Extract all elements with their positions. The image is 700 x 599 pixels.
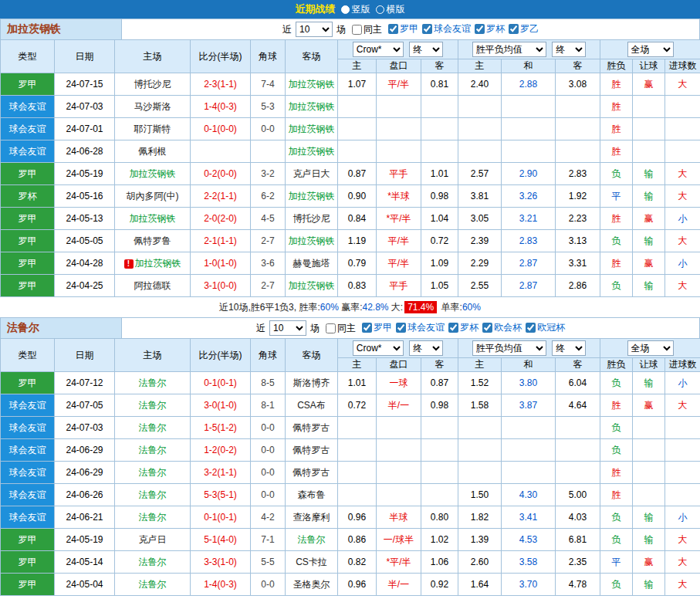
league-checkbox[interactable] (362, 323, 372, 333)
league-checkbox[interactable] (526, 323, 536, 333)
col-header-type: 类型 (1, 40, 55, 73)
away-team[interactable]: CSA布 (286, 394, 338, 417)
handicap-line: 平手 (377, 163, 421, 185)
home-team[interactable]: !加拉茨钢铁 (115, 252, 191, 275)
avg-source-select[interactable]: 胜平负均值 (472, 340, 546, 356)
match-row: 球会友谊24-07-03法鲁尔1-5(1-2)0-0佩特罗古负 (1, 417, 700, 439)
corner-score: 0-0 (251, 417, 286, 439)
league-filter-罗乙[interactable]: 罗乙 (505, 22, 539, 36)
away-team[interactable]: 加拉茨钢铁 (286, 118, 338, 140)
home-team[interactable]: 佩特罗鲁 (115, 230, 191, 252)
home-team[interactable]: 马沙斯洛 (115, 96, 191, 118)
result-handicap: 输 (633, 230, 665, 252)
layout-option-horizontal[interactable]: 横版 (376, 3, 405, 16)
league-filter-球会友谊[interactable]: 球会友谊 (418, 22, 471, 36)
games-label: 场 (310, 322, 320, 335)
away-team[interactable]: 加拉茨钢铁 (286, 275, 338, 297)
away-team[interactable]: 圣格奥尔 (286, 574, 338, 596)
avg-home-odds: 2.39 (458, 230, 502, 252)
league-checkbox[interactable] (482, 323, 492, 333)
col-header-type: 类型 (1, 339, 55, 372)
away-team[interactable]: 加拉茨钢铁 (286, 140, 338, 163)
recent-count-select[interactable]: 10 (296, 22, 333, 37)
same-venue-checkbox[interactable] (326, 323, 336, 333)
layout-option-vertical[interactable]: 竖版 (341, 3, 370, 16)
league-checkbox[interactable] (388, 24, 398, 34)
home-team[interactable]: 加拉茨钢铁 (115, 208, 191, 230)
away-team[interactable]: 法鲁尔 (286, 529, 338, 551)
same-venue-checkbox[interactable] (352, 25, 362, 35)
away-team[interactable]: 加拉茨钢铁 (286, 230, 338, 252)
handicap-odds-group: Crow* 终 (338, 40, 458, 59)
home-team[interactable]: 法鲁尔 (115, 551, 191, 574)
home-team[interactable]: 法鲁尔 (115, 574, 191, 596)
home-team[interactable]: 佩利根 (115, 140, 191, 163)
league-filter-罗杯[interactable]: 罗杯 (445, 321, 479, 334)
home-team[interactable]: 法鲁尔 (115, 394, 191, 417)
home-team[interactable]: 博托沙尼 (115, 73, 191, 96)
home-team[interactable]: 法鲁尔 (115, 506, 191, 529)
home-team[interactable]: 法鲁尔 (115, 462, 191, 484)
away-team[interactable]: 森布鲁 (286, 484, 338, 506)
avg-final-select[interactable]: 终 (552, 340, 586, 356)
sub-header-goals: 进球数 (665, 358, 700, 372)
league-filter-欧冠杯[interactable]: 欧冠杯 (522, 321, 565, 334)
result-wdl: 负 (600, 372, 633, 394)
home-team[interactable]: 阿拉德联 (115, 275, 191, 297)
away-team[interactable]: 加拉茨钢铁 (286, 96, 338, 118)
home-team[interactable]: 胡內多阿(中) (115, 185, 191, 208)
league-checkbox[interactable] (422, 24, 432, 34)
odds-source-select[interactable]: Crow* (353, 340, 404, 356)
league-checkbox[interactable] (509, 24, 519, 34)
home-team[interactable]: 加拉茨钢铁 (115, 163, 191, 185)
home-team[interactable]: 法鲁尔 (115, 439, 191, 462)
team-section-otelul: 加拉茨钢铁 近 10 场 同主 罗甲球会友谊罗杯罗乙 类型 日期 主场 比分(半… (0, 19, 700, 317)
scope-select[interactable]: 全场 (627, 42, 674, 57)
odds-source-select[interactable]: Crow* (353, 42, 404, 57)
recent-count-select[interactable]: 10 (269, 320, 306, 336)
away-team[interactable]: 克卢日大 (286, 163, 338, 185)
away-team[interactable]: 查洛摩利 (286, 506, 338, 529)
league-checkbox[interactable] (448, 323, 458, 333)
away-team[interactable]: 赫曼施塔 (286, 252, 338, 275)
away-team[interactable]: 佩特罗古 (286, 462, 338, 484)
handicap-home-odds: 0.72 (338, 394, 377, 417)
home-team[interactable]: 法鲁尔 (115, 417, 191, 439)
avg-home-odds: 2.57 (458, 163, 502, 185)
away-team[interactable]: 佩特罗古 (286, 439, 338, 462)
footer-stat: 近10场,胜6平1负3, (219, 301, 299, 314)
home-team[interactable]: 克卢日 (115, 529, 191, 551)
scope-select[interactable]: 全场 (627, 340, 674, 356)
league-filter-球会友谊[interactable]: 球会友谊 (392, 321, 445, 334)
match-row: 罗甲24-05-05佩特罗鲁2-1(1-1)2-7加拉茨钢铁1.19平/半0.7… (1, 230, 700, 252)
footer-stat: 42.8% (362, 302, 388, 313)
result-wdl: 胜 (600, 118, 633, 140)
away-team[interactable]: 佩特罗古 (286, 417, 338, 439)
competition-type: 罗甲 (1, 252, 55, 275)
same-venue-filter[interactable]: 同主 (348, 23, 382, 36)
avg-source-select[interactable]: 胜平负均值 (472, 42, 546, 57)
same-venue-filter[interactable]: 同主 (322, 322, 356, 335)
result-wdl: 负 (600, 275, 633, 297)
away-team[interactable]: 加拉茨钢铁 (286, 73, 338, 96)
home-team[interactable]: 法鲁尔 (115, 484, 191, 506)
sub-header-away-odds: 客 (421, 358, 458, 372)
match-row: 球会友谊24-06-26法鲁尔5-3(5-1)0-0森布鲁1.504.305.0… (1, 484, 700, 506)
league-filter-罗杯[interactable]: 罗杯 (471, 22, 505, 36)
league-filter-罗甲[interactable]: 罗甲 (358, 321, 392, 334)
odds-final-select[interactable]: 终 (409, 42, 443, 57)
away-team[interactable]: 加拉茨钢铁 (286, 185, 338, 208)
away-team[interactable]: 博托沙尼 (286, 208, 338, 230)
corner-score: 0-0 (251, 574, 286, 596)
away-team[interactable]: CS卡拉 (286, 551, 338, 574)
league-checkbox[interactable] (475, 24, 485, 34)
league-filter-欧会杯[interactable]: 欧会杯 (479, 321, 522, 334)
avg-final-select[interactable]: 终 (552, 42, 586, 57)
home-team[interactable]: 耶汀斯特 (115, 118, 191, 140)
away-team[interactable]: 斯洛博齐 (286, 372, 338, 394)
odds-final-select[interactable]: 终 (409, 340, 443, 356)
league-filter-罗甲[interactable]: 罗甲 (384, 22, 418, 36)
league-checkbox[interactable] (396, 323, 406, 333)
home-team[interactable]: 法鲁尔 (115, 372, 191, 394)
filter-controls: 近 10 场 同主 罗甲球会友谊罗杯欧会杯欧冠杯 (122, 318, 699, 338)
